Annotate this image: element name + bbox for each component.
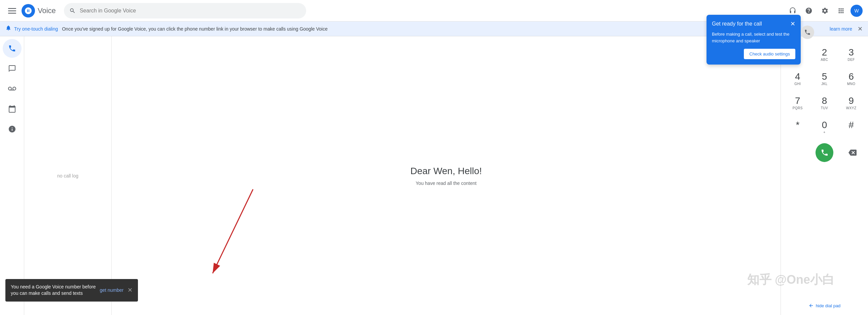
- sidebar-item-voicemail[interactable]: [3, 79, 22, 98]
- popup-header: Get ready for the call ✕: [712, 20, 795, 28]
- menu-icon[interactable]: [5, 4, 19, 18]
- dialpad-key-3[interactable]: 3DEF: [838, 43, 865, 67]
- apps-icon[interactable]: [834, 4, 848, 18]
- sidebar-item-calls[interactable]: [3, 39, 22, 58]
- dialpad-key-2[interactable]: 2ABC: [811, 43, 838, 67]
- dialpad-key-8[interactable]: 8TUV: [811, 92, 838, 116]
- help-icon[interactable]: [802, 4, 815, 18]
- dialpad-key-7[interactable]: 7PQRS: [784, 92, 811, 116]
- hide-dialpad-label: hide dial pad: [816, 303, 841, 308]
- svg-rect-2: [8, 13, 16, 14]
- call-log-panel: no call log: [24, 36, 112, 315]
- dialpad-key-#[interactable]: #: [838, 116, 865, 140]
- dialpad-key-4[interactable]: 4GHI: [784, 67, 811, 92]
- popup-title: Get ready for the call: [712, 21, 762, 27]
- hide-dialpad-button[interactable]: hide dial pad: [808, 303, 841, 312]
- dialpad-actions: [781, 140, 868, 165]
- subtext: You have read all the content: [416, 180, 477, 186]
- avatar[interactable]: W: [850, 5, 863, 17]
- search-icon: [69, 7, 76, 14]
- red-arrow-indicator: [206, 186, 273, 288]
- banner-close-button[interactable]: ✕: [858, 25, 863, 33]
- sidebar: [0, 36, 24, 315]
- snackbar-text: You need a Google Voice number beforeyou…: [11, 284, 96, 297]
- dialpad-key-*[interactable]: *: [784, 116, 811, 140]
- search-input[interactable]: [80, 8, 301, 14]
- greeting-text: Dear Wen, Hello!: [410, 166, 482, 176]
- dialpad-key-5[interactable]: 5JKL: [811, 67, 838, 92]
- call-button[interactable]: [815, 143, 833, 162]
- call-log-empty-label: no call log: [57, 173, 79, 178]
- logo-icon: [22, 4, 35, 18]
- snackbar-close-button[interactable]: ✕: [127, 286, 132, 294]
- snackbar-action-button[interactable]: get number: [100, 287, 123, 293]
- popup-body: Before making a call, select and test th…: [712, 31, 795, 44]
- app-layout: no call log Dear Wen, Hello! You have re…: [0, 36, 868, 315]
- search-bar[interactable]: [64, 3, 306, 19]
- sidebar-item-messages[interactable]: [3, 59, 22, 78]
- app-name: Voice: [38, 6, 56, 15]
- check-audio-button[interactable]: Check audio settings: [744, 49, 795, 59]
- dialpad-key-9[interactable]: 9WXYZ: [838, 92, 865, 116]
- svg-rect-0: [8, 8, 16, 9]
- sidebar-item-info[interactable]: [3, 120, 22, 139]
- sidebar-item-calendar[interactable]: [3, 100, 22, 118]
- banner-title: Try one-touch dialing: [14, 26, 58, 32]
- bell-icon: [5, 25, 11, 33]
- dialpad-panel: 12ABC3DEF4GHI5JKL6MNO7PQRS8TUV9WXYZ*0+# …: [780, 36, 868, 315]
- app-logo: Voice: [22, 4, 56, 18]
- main-content: Dear Wen, Hello! You have read all the c…: [112, 36, 780, 315]
- settings-icon[interactable]: [818, 4, 832, 18]
- popup-close-button[interactable]: ✕: [790, 20, 795, 28]
- delete-button[interactable]: [843, 143, 861, 162]
- popup-footer: Check audio settings: [712, 49, 795, 59]
- learn-more-link[interactable]: learn more: [830, 26, 852, 32]
- svg-rect-1: [8, 10, 16, 11]
- dialpad-key-0[interactable]: 0+: [811, 116, 838, 140]
- get-ready-popup: Get ready for the call ✕ Before making a…: [707, 15, 801, 65]
- banner-message: Once you've signed up for Google Voice, …: [62, 26, 327, 32]
- svg-line-4: [213, 189, 253, 273]
- dialpad-key-6[interactable]: 6MNO: [838, 67, 865, 92]
- snackbar: You need a Google Voice number beforeyou…: [5, 279, 138, 302]
- popup-side-call-button[interactable]: [801, 26, 814, 39]
